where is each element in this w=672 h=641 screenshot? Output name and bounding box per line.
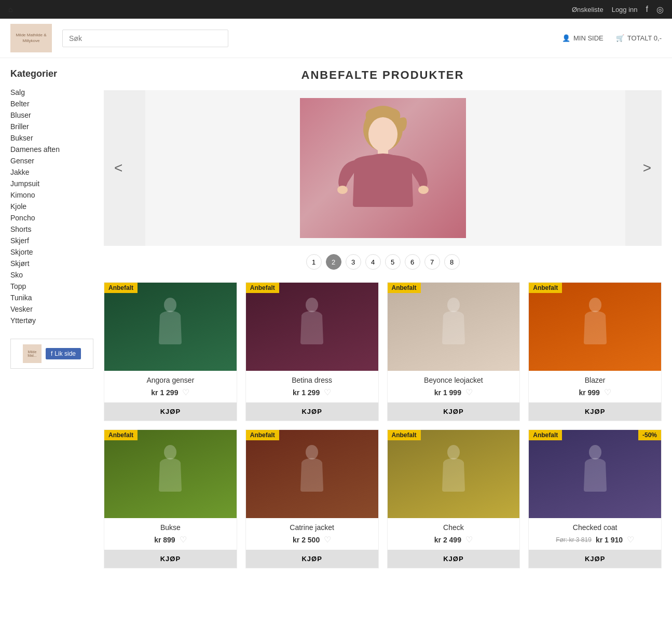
product-info-2: Beyonce leojacketkr 1 999♡ (388, 371, 520, 402)
content: ANBEFALTE PRODUKTER < (104, 68, 662, 568)
wishlist-icon-4[interactable]: ♡ (180, 535, 187, 545)
instagram-icon[interactable]: ◎ (656, 5, 664, 15)
buy-btn-4[interactable]: KJØP (104, 550, 237, 568)
page-btn-4[interactable]: 4 (365, 254, 381, 270)
wishlist-icon-1[interactable]: ♡ (324, 387, 331, 397)
buy-btn-1[interactable]: KJØP (246, 402, 378, 421)
wishlist-icon-0[interactable]: ♡ (182, 387, 189, 397)
buy-btn-7[interactable]: KJØP (529, 550, 661, 568)
page-btn-6[interactable]: 6 (405, 254, 420, 270)
wishlist-icon-7[interactable]: ♡ (627, 535, 634, 545)
sidebar-item-salg[interactable]: Salg (10, 87, 93, 98)
page-btn-7[interactable]: 7 (424, 254, 440, 270)
product-image-0[interactable]: Anbefalt (104, 283, 237, 371)
page-btn-8[interactable]: 8 (444, 254, 460, 270)
product-card-7: Anbefalt-50%Checked coatFør: kr 3 819kr … (528, 429, 662, 568)
carousel-svg (326, 101, 440, 235)
page-btn-3[interactable]: 3 (346, 254, 361, 270)
fb-widget-inner: Milde Mat... f Lik side (23, 344, 81, 363)
sidebar-item-poncho[interactable]: Poncho (10, 212, 93, 224)
sidebar-item-skjørt[interactable]: Skjørt (10, 258, 93, 269)
product-badge-5: Anbefalt (246, 430, 279, 440)
price-current-2: kr 1 999 (434, 388, 461, 397)
buy-btn-0[interactable]: KJØP (104, 402, 237, 421)
facebook-icon[interactable]: f (646, 5, 648, 14)
sidebar-item-topp[interactable]: Topp (10, 281, 93, 292)
product-svg-0 (155, 296, 186, 358)
product-image-3[interactable]: Anbefalt (529, 283, 661, 371)
product-price-row-0: kr 1 299♡ (109, 387, 231, 397)
buy-btn-3[interactable]: KJØP (529, 402, 661, 421)
product-svg-7 (580, 443, 611, 505)
product-image-2[interactable]: Anbefalt (388, 283, 520, 371)
sidebar-item-bukser[interactable]: Bukser (10, 132, 93, 144)
product-card-3: AnbefaltBlazerkr 999♡KJØP (528, 282, 662, 421)
sidebar-item-shorts[interactable]: Shorts (10, 224, 93, 235)
page-btn-5[interactable]: 5 (385, 254, 401, 270)
sidebar-item-genser[interactable]: Genser (10, 155, 93, 166)
carousel-prev-btn[interactable]: < (109, 155, 128, 182)
login-link[interactable]: Logg inn (612, 6, 638, 13)
category-list: SalgBelterBluserBrillerBukserDamenes aft… (10, 87, 93, 326)
product-name-0: Angora genser (109, 376, 231, 384)
product-image-4[interactable]: Anbefalt (104, 430, 237, 518)
price-current-6: kr 2 499 (434, 536, 461, 544)
product-image-1[interactable]: Anbefalt (246, 283, 378, 371)
sidebar-item-skjorte[interactable]: Skjorte (10, 246, 93, 258)
wishlist-icon-6[interactable]: ♡ (465, 535, 473, 545)
min-side-label: MIN SIDE (573, 34, 604, 42)
carousel-next-btn[interactable]: > (638, 155, 656, 182)
product-svg-6 (438, 443, 469, 505)
wishlist-icon-5[interactable]: ♡ (324, 535, 331, 545)
sidebar-item-kjole[interactable]: Kjole (10, 201, 93, 212)
sidebar-item-damenes-aften[interactable]: Damenes aften (10, 144, 93, 155)
product-name-1: Betina dress (251, 376, 373, 384)
fb-like-btn[interactable]: f Lik side (46, 348, 81, 359)
product-card-2: AnbefaltBeyonce leojacketkr 1 999♡KJØP (387, 282, 520, 421)
buy-btn-6[interactable]: KJØP (388, 550, 520, 568)
carousel-image-area (227, 95, 539, 241)
logo[interactable]: Milde Mathilde & Millykove (10, 24, 52, 52)
buy-btn-5[interactable]: KJØP (246, 550, 378, 568)
price-current-4: kr 899 (154, 536, 175, 544)
buy-btn-2[interactable]: KJØP (388, 402, 520, 421)
price-current-7: kr 1 910 (596, 536, 623, 544)
svg-point-8 (589, 298, 601, 312)
page-title: ANBEFALTE PRODUKTER (104, 68, 662, 82)
sidebar-item-belter[interactable]: Belter (10, 98, 93, 109)
logo-text: Milde Mathilde & Millykove (10, 33, 52, 44)
product-price-row-3: kr 999♡ (534, 387, 656, 397)
product-image-7[interactable]: Anbefalt-50% (529, 430, 661, 518)
sidebar-item-briller[interactable]: Briller (10, 121, 93, 132)
sidebar-item-sko[interactable]: Sko (10, 269, 93, 281)
svg-point-7 (447, 298, 460, 312)
page-btn-2[interactable]: 2 (326, 254, 341, 270)
sidebar-item-vesker[interactable]: Vesker (10, 303, 93, 315)
home-icon[interactable]: ⌂ (8, 5, 12, 13)
main-layout: Kategorier SalgBelterBluserBrillerBukser… (0, 58, 672, 579)
wishlist-icon-3[interactable]: ♡ (604, 387, 611, 397)
page-btn-1[interactable]: 1 (306, 254, 322, 270)
svg-point-9 (164, 445, 176, 459)
sidebar-item-jakke[interactable]: Jakke (10, 166, 93, 178)
sidebar-item-bluser[interactable]: Bluser (10, 109, 93, 121)
sidebar-item-tunika[interactable]: Tunika (10, 292, 93, 303)
product-image-6[interactable]: Anbefalt (388, 430, 520, 518)
product-image-5[interactable]: Anbefalt (246, 430, 378, 518)
min-side-btn[interactable]: 👤 MIN SIDE (562, 34, 604, 42)
sidebar-item-kimono[interactable]: Kimono (10, 189, 93, 201)
product-svg-3 (580, 296, 611, 358)
sidebar-item-yttertøy[interactable]: Yttertøy (10, 315, 93, 326)
sidebar-item-skjerf[interactable]: Skjerf (10, 235, 93, 246)
product-svg-5 (296, 443, 327, 505)
cart-icon: 🛒 (616, 34, 624, 42)
product-info-6: Checkkr 2 499♡ (388, 518, 520, 550)
wishlist-link[interactable]: Ønskeliste (572, 6, 604, 13)
product-name-6: Check (393, 523, 515, 532)
search-input[interactable] (62, 30, 228, 47)
product-price-row-4: kr 899♡ (109, 535, 231, 545)
sidebar-item-jumpsuit[interactable]: Jumpsuit (10, 178, 93, 189)
fb-like-label: Lik side (54, 350, 76, 357)
wishlist-icon-2[interactable]: ♡ (465, 387, 473, 397)
cart-btn[interactable]: 🛒 TOTALT 0,- (616, 34, 662, 42)
